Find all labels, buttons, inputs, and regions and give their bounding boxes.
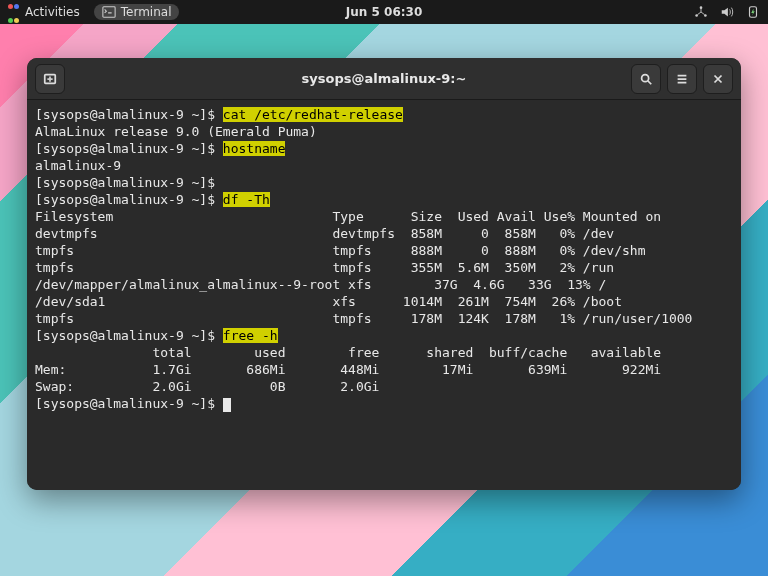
- svg-point-6: [642, 74, 649, 81]
- search-button[interactable]: [631, 64, 661, 94]
- gnome-topbar: Activities Terminal Jun 5 06:30: [0, 0, 768, 24]
- clock[interactable]: Jun 5 06:30: [346, 5, 422, 19]
- terminal-window: sysops@almalinux-9:~ [sysops@almalinux-9…: [27, 58, 741, 490]
- svg-rect-0: [103, 7, 115, 18]
- volume-icon[interactable]: [720, 5, 734, 19]
- close-button[interactable]: [703, 64, 733, 94]
- power-icon[interactable]: [746, 5, 760, 19]
- titlebar: sysops@almalinux-9:~: [27, 58, 741, 100]
- menu-button[interactable]: [667, 64, 697, 94]
- new-tab-button[interactable]: [35, 64, 65, 94]
- activities-button[interactable]: Activities: [8, 0, 80, 26]
- network-icon[interactable]: [694, 5, 708, 19]
- cursor: [223, 398, 231, 412]
- terminal-viewport[interactable]: [sysops@almalinux-9 ~]$ cat /etc/redhat-…: [27, 100, 741, 490]
- terminal-icon: [102, 5, 116, 19]
- activities-label: Activities: [25, 5, 80, 19]
- terminal-output: [sysops@almalinux-9 ~]$ cat /etc/redhat-…: [35, 106, 733, 412]
- app-indicator-label: Terminal: [121, 5, 172, 19]
- app-indicator[interactable]: Terminal: [94, 4, 180, 20]
